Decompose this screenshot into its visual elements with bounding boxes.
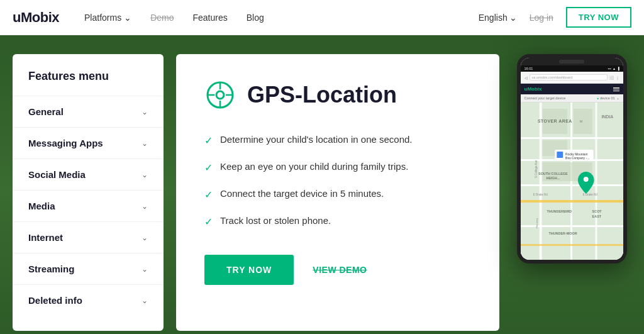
bullet-2: ✓ Keep an eye on your child during famil… xyxy=(204,160,471,175)
svg-text:E Drake Rd: E Drake Rd xyxy=(533,193,547,196)
hamburger-icon[interactable] xyxy=(613,87,619,91)
svg-text:E Drake Rd: E Drake Rd xyxy=(582,193,597,196)
sidebar-item-messaging-apps[interactable]: Messaging Apps ⌄ xyxy=(13,127,164,159)
feature-title: GPS-Location xyxy=(247,82,397,108)
svg-text:THUNDER-MOOR: THUNDER-MOOR xyxy=(548,231,577,235)
wifi-icon: ▲ xyxy=(613,67,616,70)
check-icon: ✓ xyxy=(204,187,213,203)
check-icon: ✓ xyxy=(204,133,213,148)
try-now-button[interactable]: TRY NOW xyxy=(566,7,631,28)
hero-section: Features menu General ⌄ Messaging Apps ⌄… xyxy=(0,35,644,334)
chevron-icon: ⌄ xyxy=(616,96,619,100)
nav-platforms[interactable]: Platforms ⌄ xyxy=(84,13,131,23)
browser-bar: ◁ us.umobix.com/dashboard ⬜ ⋮ xyxy=(521,72,623,84)
sidebar-title: Features menu xyxy=(13,70,164,96)
features-sidebar: Features menu General ⌄ Messaging Apps ⌄… xyxy=(13,54,164,331)
action-buttons: TRY NOW VIEW DEMO xyxy=(204,255,471,285)
svg-text:SCOT: SCOT xyxy=(592,209,602,213)
svg-point-1 xyxy=(216,91,224,99)
nav-features[interactable]: Features xyxy=(193,13,228,23)
svg-rect-13 xyxy=(521,184,623,186)
svg-text:HEIGH...: HEIGH... xyxy=(546,176,560,180)
feature-header: GPS-Location xyxy=(204,79,471,111)
svg-rect-8 xyxy=(539,103,541,260)
gps-location-icon xyxy=(204,79,236,111)
sidebar-item-social-media[interactable]: Social Media ⌄ xyxy=(13,159,164,190)
sidebar-item-media[interactable]: Media ⌄ xyxy=(13,190,164,221)
svg-rect-11 xyxy=(521,137,623,139)
bullet-3: ✓ Connect the target device in 5 minutes… xyxy=(204,187,471,203)
nav-demo[interactable]: Demo xyxy=(150,13,174,23)
svg-rect-16 xyxy=(521,244,623,246)
svg-rect-10 xyxy=(595,103,597,260)
back-icon: ◁ xyxy=(525,75,528,80)
nav-blog[interactable]: Blog xyxy=(247,13,264,23)
check-icon: ✓ xyxy=(204,160,213,175)
svg-text:S College Ave: S College Ave xyxy=(534,160,537,178)
sidebar-item-internet[interactable]: Internet ⌄ xyxy=(13,221,164,253)
feature-detail: GPS-Location ✓ Determine your child's lo… xyxy=(176,54,499,331)
chevron-down-icon: ⌄ xyxy=(509,13,517,23)
chevron-down-icon: ⌄ xyxy=(142,202,148,211)
header: uMobix Platforms ⌄ Demo Features Blog En… xyxy=(0,0,644,35)
connected-icon: ● xyxy=(597,96,599,100)
chevron-down-icon: ⌄ xyxy=(142,170,148,179)
main-nav: Platforms ⌄ Demo Features Blog xyxy=(84,13,479,23)
phone-frame: 16:01 ▪▪▪ ▲ ▐ ◁ us.umobix.com/dashboard … xyxy=(517,54,627,264)
map-view: STOVER AREA M SOUTH COLLEGE HEIGH... IND… xyxy=(521,103,623,260)
app-logo: uMobix xyxy=(525,86,542,92)
logo[interactable]: uMobix xyxy=(13,9,59,26)
check-icon: ✓ xyxy=(204,214,213,230)
svg-text:STOVER AREA: STOVER AREA xyxy=(537,119,572,123)
view-demo-button[interactable]: VIEW DEMO xyxy=(313,265,367,275)
bullet-4: ✓ Track lost or stolen phone. xyxy=(204,214,471,230)
sidebar-item-streaming[interactable]: Streaming ⌄ xyxy=(13,253,164,284)
time-display: 16:01 xyxy=(525,67,533,70)
logo-text: Mobix xyxy=(21,9,59,25)
svg-rect-35 xyxy=(557,152,563,158)
bullet-1: ✓ Determine your child's location in one… xyxy=(204,133,471,148)
map-svg: STOVER AREA M SOUTH COLLEGE HEIGH... IND… xyxy=(521,103,623,260)
svg-text:Rocky Mountain: Rocky Mountain xyxy=(565,153,588,156)
chevron-down-icon: ⌄ xyxy=(142,108,148,116)
phone-mockup: 16:01 ▪▪▪ ▲ ▐ ◁ us.umobix.com/dashboard … xyxy=(512,54,631,264)
chevron-down-icon: ⌄ xyxy=(142,265,148,274)
menu-icon: ⋮ xyxy=(616,75,619,80)
chevron-down-icon: ⌄ xyxy=(142,233,148,242)
app-bar: uMobix xyxy=(521,84,623,94)
try-now-button[interactable]: TRY NOW xyxy=(204,255,294,285)
svg-text:M: M xyxy=(579,120,582,123)
share-icon: ⬜ xyxy=(609,75,614,80)
svg-text:SOUTH COLLEGE: SOUTH COLLEGE xyxy=(538,172,568,175)
language-selector[interactable]: English ⌄ xyxy=(479,13,517,23)
svg-text:Harmony: Harmony xyxy=(535,218,538,228)
svg-rect-18 xyxy=(573,109,592,134)
sidebar-item-deleted-info[interactable]: Deleted info ⌄ xyxy=(13,284,164,316)
url-bar[interactable]: us.umobix.com/dashboard xyxy=(530,74,608,81)
chevron-down-icon: ⌄ xyxy=(124,13,131,23)
feature-bullets: ✓ Determine your child's location in one… xyxy=(204,133,471,230)
sidebar-item-general[interactable]: General ⌄ xyxy=(13,96,164,127)
chevron-down-icon: ⌄ xyxy=(142,139,148,148)
logo-u: u xyxy=(13,9,21,25)
connect-bar: Connect your target device ● device 01 ⌄ xyxy=(521,94,623,103)
svg-point-40 xyxy=(583,177,588,182)
svg-text:Box Company -...: Box Company -... xyxy=(565,157,589,160)
chevron-down-icon: ⌄ xyxy=(142,296,148,305)
phone-top-bar xyxy=(521,58,623,65)
svg-text:THUNDERBIRD: THUNDERBIRD xyxy=(547,209,572,213)
svg-text:EAST: EAST xyxy=(592,214,601,218)
signal-icon: ▪▪▪ xyxy=(608,67,611,70)
login-link[interactable]: Log in xyxy=(530,13,553,23)
svg-text:INDIA: INDIA xyxy=(601,114,613,119)
svg-rect-14 xyxy=(521,200,623,203)
battery-icon: ▐ xyxy=(617,67,619,70)
phone-notch xyxy=(559,60,584,64)
nav-right: English ⌄ Log in TRY NOW xyxy=(479,7,631,28)
